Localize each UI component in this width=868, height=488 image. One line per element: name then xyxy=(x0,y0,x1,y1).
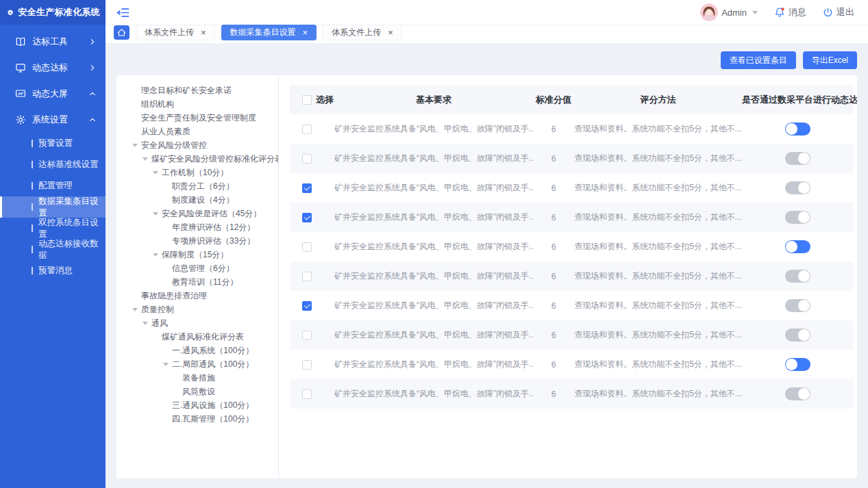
tree-leaf-spacer xyxy=(173,390,182,394)
row-checkbox[interactable] xyxy=(302,331,312,340)
tree-expand-icon[interactable] xyxy=(153,171,162,175)
dynamic-toggle[interactable] xyxy=(785,329,810,342)
admin-dropdown[interactable]: Admin xyxy=(700,3,758,21)
tree-item-11[interactable]: 专项辨识评估（33分） xyxy=(116,234,278,248)
table-body: 矿井安全监控系统具备“风电、甲烷电、故障”闭锁及手...6查现场和资料。系统功能… xyxy=(290,114,853,409)
tree-item-21[interactable]: 装备措施 xyxy=(116,371,278,385)
tree-expand-icon[interactable] xyxy=(132,144,141,147)
tree-item-12[interactable]: 保障制度（15分） xyxy=(116,248,278,261)
messages-button[interactable]: 消息 xyxy=(774,6,806,18)
dynamic-toggle[interactable] xyxy=(785,211,810,224)
tree-item-19[interactable]: 一.通风系统（100分） xyxy=(116,344,278,357)
sidebar-subitem-3-2[interactable]: 配置管理 xyxy=(0,175,106,196)
tree-item-16[interactable]: 质量控制 xyxy=(116,303,278,316)
sidebar-subitem-3-5[interactable]: 动态达标接收数据 xyxy=(0,239,106,260)
tree-item-20[interactable]: 二.局部通风（100分） xyxy=(116,357,278,371)
score-header-cell: 标准分值 xyxy=(533,94,574,106)
tree-item-22[interactable]: 风筒敷设 xyxy=(116,385,278,398)
app-logo: 安全生产标准化系统 xyxy=(0,0,106,25)
tree-item-18[interactable]: 煤矿通风标准化评分表 xyxy=(116,330,278,344)
method-cell: 查现场和资料。系统功能不全扣5分，其他不... xyxy=(574,329,742,341)
select-cell xyxy=(290,360,334,370)
tree-expand-icon[interactable] xyxy=(153,212,162,216)
tree-expand-icon[interactable] xyxy=(142,157,151,161)
close-icon[interactable]: × xyxy=(388,28,393,37)
score-cell: 6 xyxy=(533,125,574,134)
tree-item-0[interactable]: 理念目标和矿长安全承诺 xyxy=(116,84,278,97)
tree-item-14[interactable]: 教育培训（11分） xyxy=(116,275,278,289)
submenu-marker xyxy=(32,224,33,232)
dynamic-toggle[interactable] xyxy=(785,358,810,371)
table-row-0: 矿井安全监控系统具备“风电、甲烷电、故障”闭锁及手...6查现场和资料。系统功能… xyxy=(290,114,853,144)
tree-item-label: 职责分工（6分） xyxy=(172,181,234,192)
tree-item-15[interactable]: 事故隐患排查治理 xyxy=(116,289,278,303)
tree-item-label: 事故隐患排查治理 xyxy=(141,290,207,302)
toggle-knob xyxy=(798,270,810,282)
row-checkbox[interactable] xyxy=(302,242,312,252)
collapse-sidebar-button[interactable] xyxy=(115,6,131,19)
dynamic-toggle[interactable] xyxy=(785,152,810,165)
tree-expand-icon[interactable] xyxy=(132,308,141,311)
row-checkbox[interactable] xyxy=(302,125,312,134)
sidebar-subitem-3-0[interactable]: 预警设置 xyxy=(0,133,106,154)
sidebar-item-3[interactable]: 系统设置 xyxy=(0,107,106,133)
close-icon[interactable]: × xyxy=(201,28,206,37)
export-excel-button[interactable]: 导出Excel xyxy=(803,51,857,69)
tree-item-label: 教育培训（11分） xyxy=(172,277,238,288)
tab-1[interactable]: 数据采集条目设置× xyxy=(221,25,317,40)
dynamic-toggle[interactable] xyxy=(785,240,810,253)
dynamic-cell xyxy=(742,299,853,312)
tree-item-label: 保障制度（15分） xyxy=(162,249,228,261)
tab-2[interactable]: 体系文件上传× xyxy=(323,25,402,40)
dynamic-toggle[interactable] xyxy=(785,181,810,194)
tree-expand-icon[interactable] xyxy=(153,253,162,257)
close-icon[interactable]: × xyxy=(303,28,308,37)
select-all-checkbox[interactable] xyxy=(302,95,312,105)
tree-item-10[interactable]: 年度辨识评估（12分） xyxy=(116,220,278,234)
tree-item-23[interactable]: 三.通风设施（100分） xyxy=(116,398,278,412)
tree-item-5[interactable]: 煤矿安全风险分级管控标准化评分表 xyxy=(116,152,278,166)
dynamic-toggle[interactable] xyxy=(785,299,810,312)
tree-item-label: 安全风险便是评估（45分） xyxy=(162,208,261,220)
row-checkbox[interactable] xyxy=(302,389,312,399)
tree-item-9[interactable]: 安全风险便是评估（45分） xyxy=(116,207,278,220)
tree-item-2[interactable]: 安全生产责任制及安全管理制度 xyxy=(116,111,278,125)
tree-leaf-spacer xyxy=(153,335,162,339)
tab-label: 体系文件上传 xyxy=(332,27,381,38)
tree-item-13[interactable]: 信息管理（6分） xyxy=(116,261,278,275)
tree-item-24[interactable]: 四.瓦斯管理（100分） xyxy=(116,412,278,426)
tree-item-3[interactable]: 从业人员素质 xyxy=(116,125,278,138)
sidebar-item-0[interactable]: 达标工具 xyxy=(0,29,106,55)
tab-0[interactable]: 体系文件上传× xyxy=(136,25,215,40)
tree-item-1[interactable]: 组织机构 xyxy=(116,97,278,111)
sidebar-item-1[interactable]: 动态达标 xyxy=(0,55,106,81)
logout-button[interactable]: 退出 xyxy=(823,6,854,18)
row-checkbox[interactable] xyxy=(302,154,312,164)
tree-item-6[interactable]: 工作机制（10分） xyxy=(116,166,278,179)
submenu-marker xyxy=(32,203,33,211)
score-cell: 6 xyxy=(533,272,574,281)
tree-item-17[interactable]: 通风 xyxy=(116,316,278,330)
toggle-knob xyxy=(798,211,810,223)
sidebar-item-2[interactable]: 动态大屏 xyxy=(0,81,106,107)
app-logo-icon xyxy=(7,5,14,20)
home-tab-button[interactable] xyxy=(114,25,129,40)
row-checkbox[interactable] xyxy=(302,213,312,222)
dynamic-toggle[interactable] xyxy=(785,123,810,136)
sidebar-subitem-3-4[interactable]: 双控系统条目设置 xyxy=(0,218,106,239)
sidebar-subitem-3-6[interactable]: 预警消息 xyxy=(0,260,106,281)
tree-expand-icon[interactable] xyxy=(163,363,172,366)
dynamic-toggle[interactable] xyxy=(785,270,810,283)
sidebar-subitem-3-3[interactable]: 数据采集条目设置 xyxy=(0,196,106,218)
row-checkbox[interactable] xyxy=(302,272,312,281)
tree-expand-icon[interactable] xyxy=(142,322,151,325)
row-checkbox[interactable] xyxy=(302,301,312,311)
view-configured-items-button[interactable]: 查看已设置条目 xyxy=(721,51,796,69)
tree-item-8[interactable]: 制度建设（4分） xyxy=(116,193,278,207)
tree-item-4[interactable]: 安全风险分级管控 xyxy=(116,138,278,152)
row-checkbox[interactable] xyxy=(302,360,312,370)
sidebar-subitem-3-1[interactable]: 达标基准线设置 xyxy=(0,154,106,175)
row-checkbox[interactable] xyxy=(302,183,312,193)
dynamic-toggle[interactable] xyxy=(785,387,810,400)
tree-item-7[interactable]: 职责分工（6分） xyxy=(116,179,278,193)
